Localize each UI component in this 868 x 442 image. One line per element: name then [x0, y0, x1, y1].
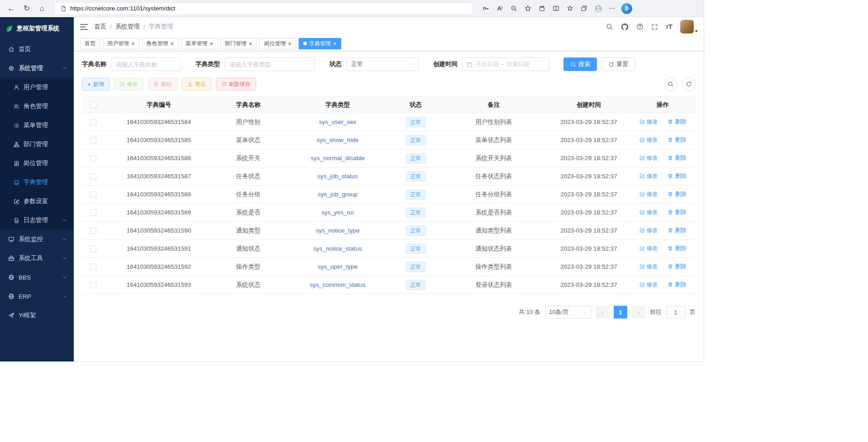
next-page-button[interactable]: › — [632, 306, 645, 318]
row-edit-link[interactable]: 修改 — [639, 172, 658, 180]
row-edit-link[interactable]: 修改 — [639, 190, 658, 198]
row-delete-link[interactable]: 删除 — [668, 190, 686, 198]
row-delete-link[interactable]: 删除 — [668, 118, 686, 126]
row-delete-link[interactable]: 删除 — [668, 245, 686, 252]
collections-icon[interactable] — [577, 2, 591, 15]
add-favorites-icon[interactable] — [521, 2, 534, 15]
close-icon[interactable]: × — [131, 41, 135, 47]
split-screen-icon[interactable] — [549, 2, 563, 15]
row-checkbox[interactable] — [90, 228, 96, 234]
sidebar-item-system-tools[interactable]: 系统工具 — [0, 249, 74, 268]
refresh-table-button[interactable] — [682, 77, 696, 91]
zoom-out-icon[interactable] — [507, 2, 520, 15]
tab-post-mgmt[interactable]: 岗位管理× — [259, 38, 296, 49]
github-icon[interactable] — [621, 23, 629, 31]
tab-role-mgmt[interactable]: 角色管理× — [142, 38, 179, 49]
delete-button[interactable]: 删除 — [148, 78, 177, 90]
sidebar-item-erp[interactable]: ERP — [0, 287, 74, 306]
goto-page-input[interactable] — [666, 306, 685, 318]
search-button[interactable]: 搜索 — [563, 57, 597, 71]
date-range-picker[interactable]: 开始日期 - 结束日期 — [462, 57, 549, 71]
start-date-placeholder[interactable]: 开始日期 — [476, 61, 498, 68]
row-delete-link[interactable]: 删除 — [668, 172, 686, 180]
app-logo[interactable]: 意框架管理系统 — [0, 17, 74, 40]
row-edit-link[interactable]: 修改 — [639, 263, 658, 271]
address-bar[interactable] — [54, 2, 473, 15]
row-delete-link[interactable]: 删除 — [668, 136, 686, 144]
sidebar-item-user-mgmt[interactable]: 用户管理 — [0, 78, 74, 97]
row-delete-link[interactable]: 删除 — [668, 227, 686, 234]
close-icon[interactable]: × — [210, 41, 213, 47]
dict-type-link[interactable]: sys_job_group — [318, 191, 358, 198]
sidebar-item-yi-framework[interactable]: Yi框架 — [0, 306, 74, 325]
row-edit-link[interactable]: 修改 — [639, 118, 658, 126]
dict-type-link[interactable]: sys_yes_no — [321, 209, 353, 216]
browser-home-button[interactable]: ⌂ — [35, 2, 49, 15]
sidebar-item-home[interactable]: 首页 — [0, 40, 74, 59]
tab-dept-mgmt[interactable]: 部门管理× — [220, 38, 257, 49]
status-select[interactable]: 正常 — [346, 57, 419, 71]
export-button[interactable]: 导出 — [182, 78, 211, 90]
row-checkbox[interactable] — [90, 264, 96, 270]
toggle-search-button[interactable] — [664, 77, 677, 91]
sidebar-item-system-monitor[interactable]: 系统监控 — [0, 230, 74, 249]
sidebar-item-menu-mgmt[interactable]: 菜单管理 — [0, 116, 74, 135]
tab-home[interactable]: 首页 — [80, 38, 100, 49]
dict-type-link[interactable]: sys_job_status — [317, 173, 358, 180]
dict-type-link[interactable]: sys_normal_disable — [310, 155, 364, 162]
browser-profile-icon[interactable] — [591, 2, 605, 15]
tab-menu-mgmt[interactable]: 菜单管理× — [181, 38, 218, 49]
row-checkbox[interactable] — [90, 137, 96, 143]
add-button[interactable]: + 新增 — [82, 78, 110, 90]
dict-type-link[interactable]: sys_show_hide — [317, 137, 358, 143]
sidebar-toggle-button[interactable] — [80, 24, 88, 30]
row-edit-link[interactable]: 修改 — [639, 281, 658, 289]
row-checkbox[interactable] — [90, 191, 96, 198]
sidebar-item-role-mgmt[interactable]: 角色管理 — [0, 97, 74, 116]
dict-name-input[interactable] — [111, 57, 181, 71]
sidebar-item-log-mgmt[interactable]: 日志管理 — [0, 211, 74, 230]
sidebar-item-dict-mgmt[interactable]: 字典管理 — [0, 173, 74, 192]
favorites-bar-icon[interactable] — [563, 2, 577, 15]
row-checkbox[interactable] — [90, 209, 96, 216]
row-delete-link[interactable]: 删除 — [668, 281, 686, 289]
close-icon[interactable]: × — [249, 41, 253, 47]
help-icon[interactable] — [636, 23, 644, 30]
close-icon[interactable]: × — [171, 41, 174, 47]
fullscreen-icon[interactable] — [651, 24, 658, 30]
tab-dict-mgmt[interactable]: 字典管理× — [299, 38, 341, 49]
browser-more-icon[interactable] — [606, 2, 619, 15]
page-size-select[interactable]: 10条/页 — [545, 306, 591, 318]
row-checkbox[interactable] — [90, 246, 96, 252]
dict-type-link[interactable]: sys_notice_status — [313, 245, 362, 252]
sidebar-item-post-mgmt[interactable]: 岗位管理 — [0, 154, 74, 173]
sidebar-item-param-settings[interactable]: 参数设置 — [0, 192, 74, 211]
row-edit-link[interactable]: 修改 — [639, 136, 658, 144]
close-icon[interactable]: × — [288, 41, 291, 47]
edit-button[interactable]: 修改 — [114, 78, 143, 90]
bing-chat-icon[interactable]: b — [621, 3, 632, 14]
browser-back-button[interactable]: ← — [5, 2, 18, 15]
refresh-cache-button[interactable]: 刷新缓存 — [216, 78, 256, 90]
dict-type-link[interactable]: sys_oper_type — [318, 263, 358, 270]
extensions-icon[interactable] — [535, 2, 548, 15]
dict-type-link[interactable]: sys_common_status — [310, 281, 365, 288]
select-all-checkbox[interactable] — [90, 102, 96, 108]
end-date-placeholder[interactable]: 结束日期 — [506, 61, 529, 68]
tab-user-mgmt[interactable]: 用户管理× — [103, 38, 139, 49]
sidebar-item-system-mgmt[interactable]: 系统管理 — [0, 59, 74, 78]
dict-type-link[interactable]: sys_user_sex — [319, 119, 357, 125]
user-menu[interactable]: ▾ — [680, 20, 697, 33]
dict-type-input[interactable] — [224, 57, 315, 71]
header-search-icon[interactable] — [606, 23, 613, 30]
reset-button[interactable]: 重置 — [601, 57, 635, 71]
row-checkbox[interactable] — [90, 282, 96, 288]
browser-refresh-button[interactable]: ↻ — [20, 2, 33, 15]
sidebar-item-bbs[interactable]: BBS — [0, 268, 74, 287]
read-aloud-icon[interactable]: A) — [493, 2, 506, 15]
row-checkbox[interactable] — [90, 155, 96, 162]
url-input[interactable] — [70, 5, 467, 12]
row-edit-link[interactable]: 修改 — [639, 227, 658, 234]
row-checkbox[interactable] — [90, 173, 96, 180]
breadcrumb-home[interactable]: 首页 — [94, 23, 106, 31]
